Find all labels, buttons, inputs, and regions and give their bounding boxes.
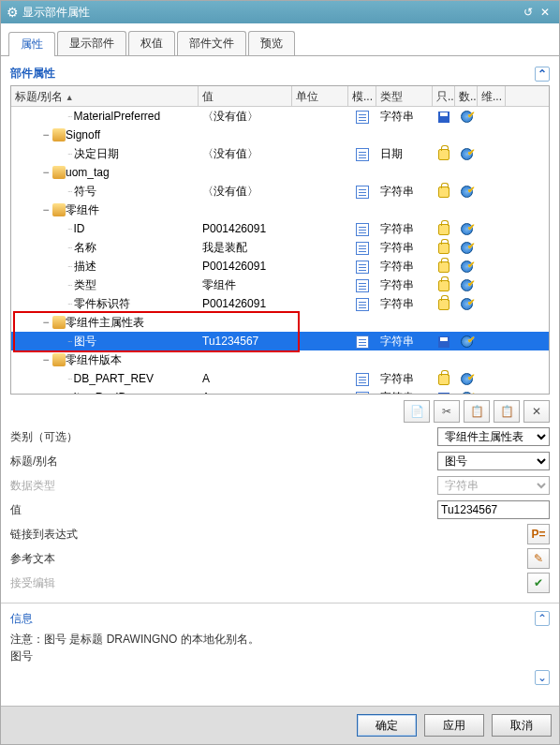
tab-权值[interactable]: 权值	[128, 31, 175, 55]
row-type	[376, 350, 433, 369]
gear-icon: ⚙	[7, 1, 19, 23]
table-row[interactable]: ···零件标识符P001426091字符串	[11, 294, 549, 313]
row-type: 字符串	[376, 238, 433, 257]
globe-icon	[461, 223, 473, 235]
tab-属性[interactable]: 属性	[8, 32, 55, 56]
paste-button[interactable]: 📋	[464, 400, 490, 423]
expander-icon[interactable]: −	[39, 201, 52, 219]
row-value	[199, 126, 292, 144]
tab-预览[interactable]: 预览	[248, 31, 295, 55]
row-name: MaterialPreferred	[74, 107, 161, 126]
table-row[interactable]: − uom_tag	[11, 163, 549, 182]
reset-button[interactable]: ↺	[520, 1, 537, 23]
col-type[interactable]: 类型	[376, 86, 433, 106]
row-type: 字符串	[376, 276, 433, 294]
globe-icon	[461, 373, 473, 385]
label-datatype: 数据类型	[10, 478, 95, 494]
tab-部件文件[interactable]: 部件文件	[177, 31, 246, 55]
document-icon	[356, 223, 369, 236]
lock-icon	[438, 243, 449, 254]
table-row[interactable]: ···IDP001426091字符串	[11, 219, 549, 238]
expander-icon[interactable]: −	[39, 126, 52, 144]
expander-icon[interactable]: −	[39, 163, 52, 182]
globe-icon	[461, 298, 473, 310]
row-type: 字符串	[376, 332, 433, 350]
row-type: 字符串	[376, 294, 433, 313]
folder-icon	[52, 353, 66, 366]
cut-button[interactable]: ✂	[434, 400, 460, 423]
table-row[interactable]: ···类型零组件字符串	[11, 276, 549, 294]
chevron-up-icon[interactable]: ⌃	[535, 67, 550, 82]
document-icon	[356, 392, 369, 394]
row-name: 符号	[74, 182, 96, 201]
accept-edit-button[interactable]: ✔	[527, 573, 550, 593]
lock-icon	[438, 280, 449, 291]
table-row[interactable]: ···ItemRevIDA字符串	[11, 388, 549, 394]
category-select[interactable]: 零组件主属性表	[437, 427, 550, 446]
row-type: 字符串	[376, 107, 433, 126]
col-value[interactable]: 值	[199, 86, 292, 106]
table-row[interactable]: − Signoff	[11, 126, 549, 144]
apply-button[interactable]: 应用	[424, 714, 484, 737]
expander-icon[interactable]: −	[39, 350, 52, 369]
row-name: 决定日期	[74, 144, 119, 163]
table-row[interactable]: ···MaterialPreferred〈没有值〉字符串	[11, 107, 549, 126]
lock-icon	[438, 261, 449, 273]
table-row[interactable]: − 零组件版本	[11, 350, 549, 369]
row-value: 零组件	[199, 276, 292, 294]
col-mode[interactable]: 模...	[348, 86, 376, 106]
tabbar: 属性显示部件权值部件文件预览	[1, 23, 559, 56]
col-unit[interactable]: 单位	[292, 86, 348, 106]
row-name: 零组件版本	[66, 350, 122, 369]
table-row[interactable]: ···图号Tu1234567字符串	[11, 332, 549, 350]
alias-select[interactable]: 图号	[437, 452, 550, 470]
table-row[interactable]: ···描述P001426091字符串	[11, 257, 549, 276]
col-only[interactable]: 只...	[433, 86, 455, 106]
col-dim[interactable]: 维...	[478, 86, 506, 106]
delete-button[interactable]: ✕	[523, 400, 550, 423]
save-icon	[438, 336, 449, 348]
close-button[interactable]: ✕	[537, 1, 553, 23]
row-name: uom_tag	[66, 163, 110, 182]
table-row[interactable]: ···DB_PART_REVA字符串	[11, 369, 549, 388]
copy-button[interactable]: 📄	[404, 400, 430, 423]
chevron-up-icon[interactable]: ⌃	[535, 611, 550, 626]
expander-icon[interactable]: −	[39, 313, 52, 332]
row-name: 图号	[74, 332, 96, 350]
table-row[interactable]: − 零组件	[11, 201, 549, 219]
lock-icon	[438, 374, 449, 385]
document-icon	[356, 242, 369, 255]
row-name: 零组件主属性表	[66, 313, 144, 332]
globe-icon	[461, 186, 473, 198]
ok-button[interactable]: 确定	[357, 714, 417, 737]
window-title: 显示部件属性	[22, 1, 90, 23]
row-name: 零组件	[66, 201, 99, 219]
row-name: 零件标识符	[74, 294, 130, 313]
table-row[interactable]: ···决定日期〈没有值〉日期	[11, 144, 549, 163]
table-row[interactable]: − 零组件主属性表	[11, 313, 549, 332]
reference-text-button[interactable]: ✎	[527, 548, 550, 569]
chevron-down-icon[interactable]: ⌄	[535, 670, 550, 685]
col-count[interactable]: 数...	[455, 86, 478, 106]
paste-append-button[interactable]: 📋	[494, 400, 520, 423]
table-row[interactable]: ···名称我是装配字符串	[11, 238, 549, 257]
label-alias: 标题/别名	[10, 454, 95, 469]
info-title: 信息	[10, 611, 33, 627]
row-name: 类型	[74, 276, 96, 294]
dialog-buttons: 确定 应用 取消	[1, 706, 559, 744]
table-row[interactable]: ···符号〈没有值〉字符串	[11, 182, 549, 201]
info-line1: 注意：图号 是标题 DRAWINGNO 的本地化别名。	[10, 631, 550, 648]
save-icon	[438, 393, 449, 394]
row-name: 描述	[74, 257, 96, 276]
globe-icon	[461, 111, 473, 123]
row-name: ID	[74, 219, 85, 238]
value-input[interactable]	[437, 500, 550, 519]
row-type	[376, 163, 433, 182]
row-value: 〈没有值〉	[199, 107, 292, 126]
cancel-button[interactable]: 取消	[492, 714, 552, 737]
folder-icon	[52, 166, 66, 179]
link-expression-button[interactable]: P=	[527, 524, 550, 544]
globe-icon	[461, 335, 473, 348]
col-name[interactable]: 标题/别名	[11, 86, 199, 106]
tab-显示部件[interactable]: 显示部件	[57, 31, 126, 55]
